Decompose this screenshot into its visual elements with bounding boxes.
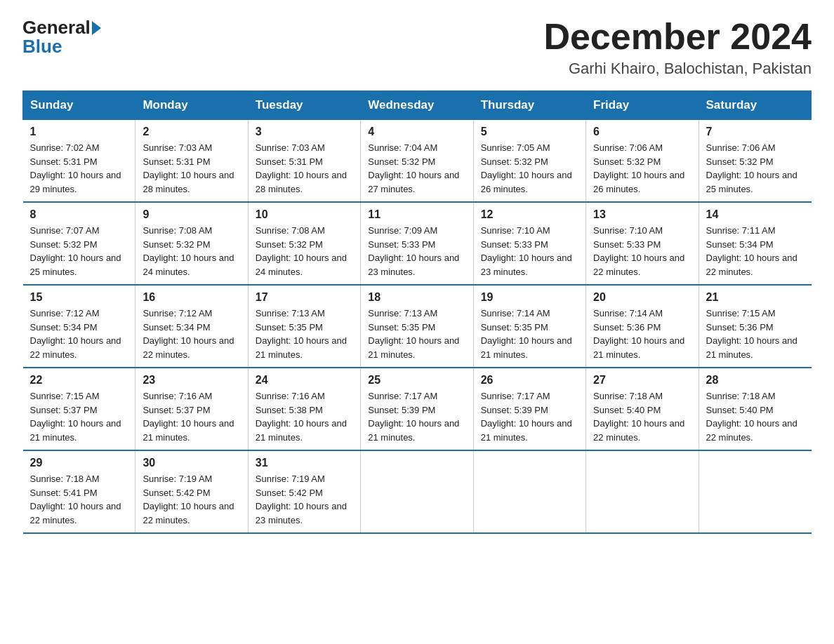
day-info: Sunrise: 7:12 AMSunset: 5:34 PMDaylight:… — [30, 307, 128, 361]
day-info: Sunrise: 7:07 AMSunset: 5:32 PMDaylight:… — [30, 224, 128, 279]
day-number: 13 — [593, 208, 691, 221]
header-thursday: Thursday — [473, 91, 585, 120]
day-number: 5 — [481, 126, 578, 138]
week-row-4: 22Sunrise: 7:15 AMSunset: 5:37 PMDayligh… — [23, 368, 812, 450]
day-info: Sunrise: 7:18 AMSunset: 5:40 PMDaylight:… — [593, 389, 691, 444]
calendar-cell: 10Sunrise: 7:08 AMSunset: 5:32 PMDayligh… — [248, 202, 360, 285]
day-info: Sunrise: 7:15 AMSunset: 5:37 PMDaylight:… — [30, 389, 128, 444]
calendar-cell: 16Sunrise: 7:12 AMSunset: 5:34 PMDayligh… — [135, 285, 248, 368]
calendar-cell: 6Sunrise: 7:06 AMSunset: 5:32 PMDaylight… — [586, 120, 699, 203]
day-info: Sunrise: 7:08 AMSunset: 5:32 PMDaylight:… — [143, 224, 240, 279]
calendar-cell: 1Sunrise: 7:02 AMSunset: 5:31 PMDaylight… — [23, 120, 135, 203]
calendar-cell: 22Sunrise: 7:15 AMSunset: 5:37 PMDayligh… — [23, 368, 135, 450]
header-monday: Monday — [135, 91, 248, 120]
calendar-cell — [473, 450, 585, 533]
logo-triangle-icon — [92, 21, 101, 35]
calendar-cell: 4Sunrise: 7:04 AMSunset: 5:32 PMDaylight… — [361, 120, 473, 203]
calendar-cell: 30Sunrise: 7:19 AMSunset: 5:42 PMDayligh… — [135, 450, 248, 533]
day-number: 8 — [30, 208, 128, 221]
calendar-cell: 11Sunrise: 7:09 AMSunset: 5:33 PMDayligh… — [361, 202, 473, 285]
day-number: 23 — [143, 374, 240, 387]
day-number: 6 — [593, 126, 691, 138]
day-number: 25 — [368, 374, 465, 387]
day-info: Sunrise: 7:03 AMSunset: 5:31 PMDaylight:… — [143, 141, 240, 196]
header-wednesday: Wednesday — [361, 91, 473, 120]
day-info: Sunrise: 7:10 AMSunset: 5:33 PMDaylight:… — [593, 224, 691, 279]
day-info: Sunrise: 7:16 AMSunset: 5:38 PMDaylight:… — [256, 389, 353, 444]
calendar-cell: 14Sunrise: 7:11 AMSunset: 5:34 PMDayligh… — [699, 202, 811, 285]
day-number: 27 — [593, 374, 691, 387]
day-info: Sunrise: 7:18 AMSunset: 5:40 PMDaylight:… — [706, 389, 805, 444]
header-tuesday: Tuesday — [248, 91, 360, 120]
calendar-cell: 9Sunrise: 7:08 AMSunset: 5:32 PMDaylight… — [135, 202, 248, 285]
subtitle: Garhi Khairo, Balochistan, Pakistan — [543, 60, 812, 78]
day-number: 24 — [256, 374, 353, 387]
day-number: 26 — [481, 374, 578, 387]
day-info: Sunrise: 7:02 AMSunset: 5:31 PMDaylight:… — [30, 141, 128, 196]
day-number: 28 — [706, 374, 805, 387]
calendar-table: SundayMondayTuesdayWednesdayThursdayFrid… — [22, 90, 812, 534]
calendar-cell — [699, 450, 811, 533]
calendar-cell: 12Sunrise: 7:10 AMSunset: 5:33 PMDayligh… — [473, 202, 585, 285]
day-number: 19 — [481, 291, 578, 304]
day-number: 4 — [368, 126, 465, 138]
day-number: 12 — [481, 208, 578, 221]
day-info: Sunrise: 7:19 AMSunset: 5:42 PMDaylight:… — [256, 472, 353, 527]
day-info: Sunrise: 7:08 AMSunset: 5:32 PMDaylight:… — [256, 224, 353, 279]
day-number: 18 — [368, 291, 465, 304]
logo-blue: Blue — [22, 36, 62, 57]
calendar-cell: 18Sunrise: 7:13 AMSunset: 5:35 PMDayligh… — [361, 285, 473, 368]
calendar-cell: 20Sunrise: 7:14 AMSunset: 5:36 PMDayligh… — [586, 285, 699, 368]
calendar-cell: 24Sunrise: 7:16 AMSunset: 5:38 PMDayligh… — [248, 368, 360, 450]
day-info: Sunrise: 7:06 AMSunset: 5:32 PMDaylight:… — [706, 141, 805, 196]
calendar-cell: 5Sunrise: 7:05 AMSunset: 5:32 PMDaylight… — [473, 120, 585, 203]
week-row-3: 15Sunrise: 7:12 AMSunset: 5:34 PMDayligh… — [23, 285, 812, 368]
day-info: Sunrise: 7:14 AMSunset: 5:35 PMDaylight:… — [481, 307, 578, 361]
day-info: Sunrise: 7:03 AMSunset: 5:31 PMDaylight:… — [256, 141, 353, 196]
day-number: 20 — [593, 291, 691, 304]
calendar-cell: 13Sunrise: 7:10 AMSunset: 5:33 PMDayligh… — [586, 202, 699, 285]
day-info: Sunrise: 7:10 AMSunset: 5:33 PMDaylight:… — [481, 224, 578, 279]
header-row: SundayMondayTuesdayWednesdayThursdayFrid… — [23, 91, 812, 120]
day-info: Sunrise: 7:17 AMSunset: 5:39 PMDaylight:… — [368, 389, 465, 444]
day-number: 16 — [143, 291, 240, 304]
day-number: 31 — [256, 457, 353, 469]
calendar-cell: 21Sunrise: 7:15 AMSunset: 5:36 PMDayligh… — [699, 285, 811, 368]
day-info: Sunrise: 7:18 AMSunset: 5:41 PMDaylight:… — [30, 472, 128, 527]
calendar-cell: 7Sunrise: 7:06 AMSunset: 5:32 PMDaylight… — [699, 120, 811, 203]
calendar-cell: 23Sunrise: 7:16 AMSunset: 5:37 PMDayligh… — [135, 368, 248, 450]
day-number: 1 — [30, 126, 128, 138]
day-info: Sunrise: 7:12 AMSunset: 5:34 PMDaylight:… — [143, 307, 240, 361]
day-number: 21 — [706, 291, 805, 304]
day-info: Sunrise: 7:17 AMSunset: 5:39 PMDaylight:… — [481, 389, 578, 444]
day-number: 14 — [706, 208, 805, 221]
calendar-header: SundayMondayTuesdayWednesdayThursdayFrid… — [23, 91, 812, 120]
day-info: Sunrise: 7:05 AMSunset: 5:32 PMDaylight:… — [481, 141, 578, 196]
calendar-cell: 17Sunrise: 7:13 AMSunset: 5:35 PMDayligh… — [248, 285, 360, 368]
day-number: 10 — [256, 208, 353, 221]
calendar-cell: 29Sunrise: 7:18 AMSunset: 5:41 PMDayligh… — [23, 450, 135, 533]
day-number: 11 — [368, 208, 465, 221]
day-number: 9 — [143, 208, 240, 221]
day-info: Sunrise: 7:06 AMSunset: 5:32 PMDaylight:… — [593, 141, 691, 196]
day-info: Sunrise: 7:16 AMSunset: 5:37 PMDaylight:… — [143, 389, 240, 444]
day-info: Sunrise: 7:09 AMSunset: 5:33 PMDaylight:… — [368, 224, 465, 279]
calendar-cell: 25Sunrise: 7:17 AMSunset: 5:39 PMDayligh… — [361, 368, 473, 450]
day-number: 2 — [143, 126, 240, 138]
calendar-cell: 15Sunrise: 7:12 AMSunset: 5:34 PMDayligh… — [23, 285, 135, 368]
calendar-cell: 2Sunrise: 7:03 AMSunset: 5:31 PMDaylight… — [135, 120, 248, 203]
week-row-1: 1Sunrise: 7:02 AMSunset: 5:31 PMDaylight… — [23, 120, 812, 203]
day-number: 15 — [30, 291, 128, 304]
day-info: Sunrise: 7:14 AMSunset: 5:36 PMDaylight:… — [593, 307, 691, 361]
header-sunday: Sunday — [23, 91, 135, 120]
calendar-cell: 31Sunrise: 7:19 AMSunset: 5:42 PMDayligh… — [248, 450, 360, 533]
calendar-cell: 28Sunrise: 7:18 AMSunset: 5:40 PMDayligh… — [699, 368, 811, 450]
calendar-cell: 3Sunrise: 7:03 AMSunset: 5:31 PMDaylight… — [248, 120, 360, 203]
title-block: December 2024 Garhi Khairo, Balochistan,… — [543, 17, 812, 78]
day-number: 22 — [30, 374, 128, 387]
week-row-5: 29Sunrise: 7:18 AMSunset: 5:41 PMDayligh… — [23, 450, 812, 533]
calendar-cell: 19Sunrise: 7:14 AMSunset: 5:35 PMDayligh… — [473, 285, 585, 368]
day-info: Sunrise: 7:19 AMSunset: 5:42 PMDaylight:… — [143, 472, 240, 527]
day-number: 29 — [30, 457, 128, 469]
calendar-cell — [586, 450, 699, 533]
